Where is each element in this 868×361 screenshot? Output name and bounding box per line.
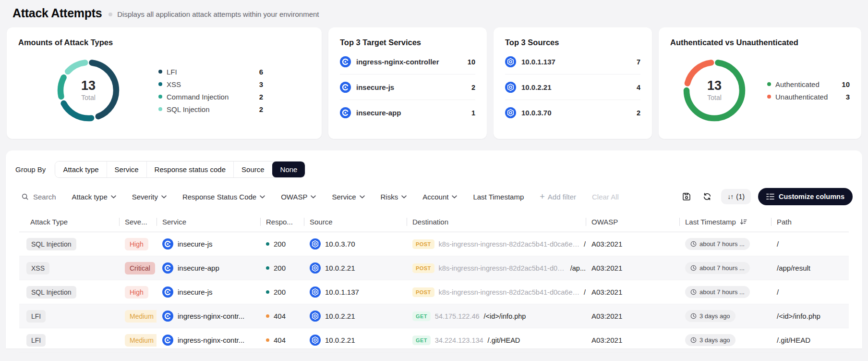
cell-response: 200 (260, 240, 304, 248)
item-name: insecure-js (356, 83, 394, 91)
http-method-badge: POST (412, 287, 434, 297)
group-by-option-none[interactable]: None (272, 162, 305, 177)
search-icon (21, 193, 29, 200)
filter-dropdown-attack-type[interactable]: Attack type (72, 193, 116, 201)
legend-value: 3 (846, 93, 850, 101)
legend-value: 2 (259, 93, 263, 101)
card-top-sources: Top 3 Sources 10.0.1.137 710.0.2.21 410.… (494, 27, 652, 139)
customize-columns-button[interactable]: Customize columns (758, 188, 853, 205)
group-by-option-attack-type[interactable]: Attack type (55, 162, 106, 177)
cell-source: 10.0.2.21 (304, 335, 407, 346)
legend-label: LFI (167, 68, 177, 76)
status-dot (266, 314, 269, 318)
sources-list: 10.0.1.137 710.0.2.21 410.0.3.70 2 (505, 49, 640, 125)
chevron-down-icon (111, 195, 116, 199)
list-item: 10.0.1.137 7 (505, 49, 640, 75)
cell-path: /app/result (771, 264, 849, 272)
service-icon (162, 286, 173, 298)
cell-destination: GET54.175.122.46/<id>/info.php (407, 311, 586, 321)
ip-source-icon (505, 56, 516, 67)
group-by-option-response-status-code[interactable]: Response status code (146, 162, 233, 177)
table-row[interactable]: SQL Injection High insecure-js 200 10.0.… (19, 232, 849, 256)
filter-dropdown-risks[interactable]: Risks (381, 193, 407, 201)
cell-service: ingress-nginx-contr... (157, 335, 260, 346)
filter-dropdown-service[interactable]: Service (332, 193, 364, 201)
chevron-down-icon (360, 195, 365, 199)
cell-attack-type: LFI (19, 334, 119, 347)
title-separator-dot (108, 12, 112, 16)
cell-last-timestamp: about 7 hours ... (679, 238, 771, 250)
clear-all-button[interactable]: Clear All (592, 193, 619, 201)
table-row[interactable]: SQL Injection High insecure-js 200 10.0.… (19, 280, 849, 304)
cell-attack-type: SQL Injection (19, 286, 119, 299)
search-input[interactable]: Search (21, 193, 56, 201)
column-header-service[interactable]: Service (157, 218, 260, 226)
table-header-row: Attack TypeSeve...ServiceRespo...SourceD… (19, 212, 849, 232)
status-dot (266, 266, 269, 270)
ip-source-icon (505, 82, 516, 93)
severity-badge: High (125, 286, 148, 299)
ip-source-icon (505, 107, 516, 118)
filter-last-timestamp[interactable]: Last Timestamp (473, 193, 524, 201)
refresh-button[interactable] (700, 190, 714, 203)
page-title: Attack Attempts (12, 6, 102, 20)
cell-severity: Critical (119, 262, 157, 274)
filter-dropdown-account[interactable]: Account (422, 193, 457, 201)
cell-response: 404 (260, 336, 304, 344)
table-row[interactable]: LFI Medium ingress-nginx-contr... 404 10… (19, 328, 849, 352)
chevron-down-icon (260, 195, 265, 199)
cell-path: /.git/HEAD (771, 336, 849, 344)
cell-last-timestamp: about 7 hours ... (679, 262, 771, 274)
table-body: SQL Injection High insecure-js 200 10.0.… (19, 232, 849, 352)
cell-source: 10.0.2.21 (304, 262, 407, 274)
cell-source: 10.0.2.21 (304, 311, 407, 322)
column-header-destination[interactable]: Destination (407, 218, 586, 226)
ip-source-icon (310, 238, 321, 249)
card-authenticated-vs-unauthenticated: Authenticated vs Unauthenticated 13 Tota… (659, 27, 861, 139)
summary-cards-row: Amounts of Attack Types 13 Total LFI 6 X… (7, 27, 861, 139)
table-row[interactable]: XSS Critical insecure-app 200 10.0.2.21 … (19, 256, 849, 280)
column-header-path[interactable]: Path (771, 218, 849, 226)
sort-button[interactable]: ↓↑ (1) (721, 189, 751, 204)
filter-dropdown-owasp[interactable]: OWASP (281, 193, 316, 201)
add-filter-button[interactable]: + Add filter (540, 192, 576, 201)
service-icon (340, 107, 351, 118)
status-dot (266, 290, 269, 294)
group-by-option-service[interactable]: Service (107, 162, 146, 177)
ip-source-icon (310, 286, 321, 298)
column-header-respo[interactable]: Respo... (260, 218, 304, 226)
cell-response: 404 (260, 312, 304, 320)
column-header-seve[interactable]: Seve... (119, 218, 157, 226)
attack-types-legend: LFI 6 XSS 3 Command Injection 2 SQL Inje… (158, 68, 263, 113)
group-by-option-source[interactable]: Source (233, 162, 272, 177)
sort-arrows-icon: ↓↑ (727, 193, 733, 200)
refresh-icon (702, 192, 712, 201)
column-header-last-timestamp[interactable]: Last Timestamp (679, 218, 771, 226)
column-header-source[interactable]: Source (304, 218, 407, 226)
save-view-button[interactable] (680, 190, 693, 203)
cell-service: insecure-js (157, 238, 260, 249)
filter-dropdown-response-status-code[interactable]: Response Status Code (182, 193, 265, 201)
column-header-owasp[interactable]: OWASP (586, 218, 679, 226)
chevron-down-icon (161, 195, 167, 199)
legend-item: Command Injection 2 (158, 93, 263, 101)
legend-label: Unauthenticated (775, 93, 828, 101)
column-header-attack-type[interactable]: Attack Type (19, 218, 119, 226)
filter-dropdown-severity[interactable]: Severity (132, 193, 167, 201)
cell-severity: Medium (119, 310, 157, 323)
card-title: Top 3 Sources (505, 38, 640, 47)
legend-value: 6 (259, 68, 263, 76)
list-item: insecure-app 1 (340, 100, 475, 125)
table-row[interactable]: LFI Medium ingress-nginx-contr... 404 10… (19, 304, 849, 328)
cell-last-timestamp: about 7 hours ... (679, 286, 771, 298)
item-name: 10.0.2.21 (521, 83, 552, 91)
list-item: 10.0.2.21 4 (505, 75, 640, 100)
cell-owasp: A03:2021 (586, 312, 679, 320)
service-icon (340, 56, 351, 67)
auth-legend: Authenticated 10 Unauthenticated 3 (767, 80, 850, 101)
legend-dot (158, 70, 162, 74)
http-method-badge: GET (412, 311, 431, 321)
chevron-down-icon (311, 195, 316, 199)
cell-owasp: A03:2021 (586, 336, 679, 344)
legend-item: LFI 6 (158, 68, 263, 76)
